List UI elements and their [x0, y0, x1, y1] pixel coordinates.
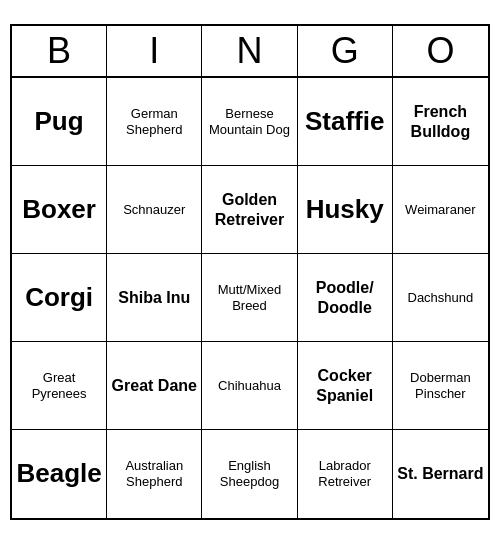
cell-r2-c0: Corgi: [12, 254, 107, 342]
bingo-header: BINGO: [12, 26, 488, 78]
cell-r1-c4: Weimaraner: [393, 166, 488, 254]
bingo-card: BINGO PugGerman ShepherdBernese Mountain…: [10, 24, 490, 520]
cell-r1-c3: Husky: [298, 166, 393, 254]
cell-r0-c4: French Bulldog: [393, 78, 488, 166]
cell-r1-c0: Boxer: [12, 166, 107, 254]
cell-label: Mutt/Mixed Breed: [206, 282, 292, 313]
cell-label: Corgi: [25, 282, 93, 313]
cell-r2-c3: Poodle/ Doodle: [298, 254, 393, 342]
cell-r1-c2: Golden Retreiver: [202, 166, 297, 254]
header-letter: N: [202, 26, 297, 76]
cell-r2-c2: Mutt/Mixed Breed: [202, 254, 297, 342]
cell-r4-c3: Labrador Retreiver: [298, 430, 393, 518]
cell-label: Weimaraner: [405, 202, 476, 218]
cell-label: Doberman Pinscher: [397, 370, 484, 401]
cell-r3-c3: Cocker Spaniel: [298, 342, 393, 430]
cell-label: Cocker Spaniel: [302, 366, 388, 404]
cell-r3-c4: Doberman Pinscher: [393, 342, 488, 430]
cell-label: Labrador Retreiver: [302, 458, 388, 489]
cell-label: Husky: [306, 194, 384, 225]
cell-r1-c1: Schnauzer: [107, 166, 202, 254]
cell-label: St. Bernard: [397, 464, 483, 483]
cell-r2-c1: Shiba Inu: [107, 254, 202, 342]
cell-r4-c2: English Sheepdog: [202, 430, 297, 518]
cell-label: Pug: [35, 106, 84, 137]
cell-r3-c2: Chihuahua: [202, 342, 297, 430]
cell-r3-c1: Great Dane: [107, 342, 202, 430]
cell-label: Schnauzer: [123, 202, 185, 218]
cell-r2-c4: Dachshund: [393, 254, 488, 342]
cell-label: Dachshund: [408, 290, 474, 306]
cell-label: Great Pyrenees: [16, 370, 102, 401]
cell-r0-c3: Staffie: [298, 78, 393, 166]
cell-label: Bernese Mountain Dog: [206, 106, 292, 137]
cell-r0-c1: German Shepherd: [107, 78, 202, 166]
cell-label: Great Dane: [112, 376, 197, 395]
header-letter: B: [12, 26, 107, 76]
cell-label: French Bulldog: [397, 102, 484, 140]
header-letter: I: [107, 26, 202, 76]
cell-label: Chihuahua: [218, 378, 281, 394]
cell-r4-c4: St. Bernard: [393, 430, 488, 518]
bingo-grid: PugGerman ShepherdBernese Mountain DogSt…: [12, 78, 488, 518]
cell-label: German Shepherd: [111, 106, 197, 137]
cell-label: Australian Shepherd: [111, 458, 197, 489]
cell-r3-c0: Great Pyrenees: [12, 342, 107, 430]
cell-r0-c2: Bernese Mountain Dog: [202, 78, 297, 166]
cell-label: Boxer: [22, 194, 96, 225]
cell-label: Poodle/ Doodle: [302, 278, 388, 316]
cell-label: Staffie: [305, 106, 384, 137]
cell-label: English Sheepdog: [206, 458, 292, 489]
cell-r4-c0: Beagle: [12, 430, 107, 518]
cell-label: Shiba Inu: [118, 288, 190, 307]
cell-label: Beagle: [16, 458, 101, 489]
header-letter: G: [298, 26, 393, 76]
cell-r4-c1: Australian Shepherd: [107, 430, 202, 518]
header-letter: O: [393, 26, 488, 76]
cell-label: Golden Retreiver: [206, 190, 292, 228]
cell-r0-c0: Pug: [12, 78, 107, 166]
